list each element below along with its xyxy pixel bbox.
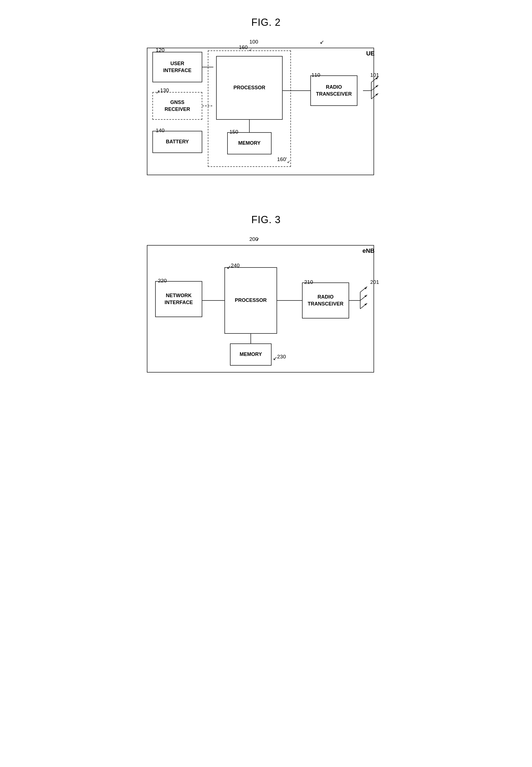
enb-ref-arrow: ↙: [256, 237, 260, 241]
block-enb-radio-transceiver: RADIO TRANSCEIVER: [302, 282, 349, 318]
svg-marker-10: [375, 85, 378, 87]
battery-ref-label: 140: [156, 127, 165, 134]
memory-ref-label: 150: [229, 129, 238, 135]
antenna-ref-label: 101: [370, 72, 379, 78]
enb-processor-ref-label: ↙: [227, 264, 231, 270]
fig2-title: FIG. 2: [141, 17, 391, 28]
ue-label: UE: [366, 50, 375, 57]
fig3-title: FIG. 3: [141, 214, 391, 226]
block-network-interface: NETWORK INTERFACE: [155, 281, 202, 317]
enb-antenna-ref-label: 201: [370, 279, 379, 285]
enb-memory-ref-label: ↙: [273, 355, 277, 361]
fig3-diagram: 200 ↙ eNB NETWORK INTERFACE 220: [141, 234, 380, 378]
network-ref-label: 220: [158, 278, 167, 284]
block-enb-processor: PROCESSOR: [224, 267, 277, 334]
dashed-ref2-label: 160': [277, 156, 287, 162]
block-enb-memory: MEMORY: [230, 343, 272, 365]
enb-radio-ref-label: 210: [304, 279, 313, 285]
ue-ref-label: 100: [249, 39, 258, 45]
radio-ref-label: 110: [311, 72, 320, 78]
dashed-ref-arrow: ↙: [249, 47, 252, 52]
block-battery: BATTERY: [152, 131, 202, 153]
svg-marker-11: [375, 93, 378, 96]
block-memory: MEMORY: [227, 132, 272, 154]
enb-memory-ref-num: 230: [277, 354, 286, 360]
block-processor: PROCESSOR: [216, 56, 283, 120]
ue-ref-label2: ↙: [320, 39, 324, 45]
block-gnss-receiver: GNSS RECEIVER: [152, 92, 202, 120]
enb-processor-ref-num: 240: [231, 262, 240, 268]
gnss-ref-label: ↗: [156, 89, 160, 95]
dashed-ref2-arrow: ↙: [287, 159, 290, 164]
gnss-ref-num: 130: [160, 87, 169, 93]
enb-label: eNB: [362, 247, 375, 254]
fig2-diagram: 100 UE ↙ 160 ↙ 160' ↙: [141, 37, 380, 181]
block-user-interface: USER INTERFACE: [152, 52, 202, 82]
block-radio-transceiver: RADIO TRANSCEIVER: [310, 75, 357, 106]
ui-ref-label: 120: [156, 47, 165, 53]
dashed-ref-label: 160: [239, 44, 248, 50]
page-content: FIG. 2 100 UE ↙ 160 ↙ 160' ↙: [141, 0, 391, 412]
